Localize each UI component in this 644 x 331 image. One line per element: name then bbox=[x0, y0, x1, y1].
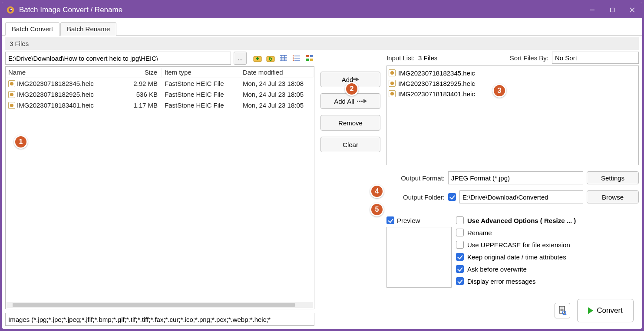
ask-overwrite-label: Ask before overwrite bbox=[467, 265, 527, 273]
input-list-item[interactable]: IMG20230718182925.heic bbox=[389, 78, 637, 88]
preview-checkbox[interactable] bbox=[386, 216, 394, 224]
annotation-badge-3: 3 bbox=[492, 84, 506, 98]
annotation-badge-1: 1 bbox=[14, 135, 28, 149]
folder-refresh-icon[interactable] bbox=[266, 53, 275, 63]
minimize-button[interactable] bbox=[582, 2, 602, 18]
annotation-badge-5: 5 bbox=[370, 203, 384, 216]
svg-rect-22 bbox=[310, 55, 313, 57]
file-icon bbox=[8, 102, 15, 109]
svg-rect-21 bbox=[306, 55, 309, 57]
svg-rect-23 bbox=[306, 59, 309, 61]
file-icon bbox=[389, 80, 396, 87]
close-button[interactable] bbox=[622, 2, 642, 18]
tabs: Batch Convert Batch Rename bbox=[2, 18, 642, 36]
tab-batch-convert[interactable]: Batch Convert bbox=[5, 22, 59, 36]
svg-rect-4 bbox=[611, 8, 614, 12]
svg-point-1 bbox=[9, 8, 12, 12]
file-count-bar: 3 Files bbox=[5, 37, 639, 50]
svg-rect-20 bbox=[293, 60, 294, 61]
titlebar: Batch Image Convert / Rename bbox=[2, 2, 642, 18]
output-folder-label: Output Folder: bbox=[386, 193, 445, 201]
file-row[interactable]: IMG20230718183401.heic1.17 MBFastStone H… bbox=[6, 100, 314, 111]
output-folder-checkbox[interactable] bbox=[448, 193, 456, 201]
file-browser[interactable]: Name Size Item type Date modified IMG202… bbox=[5, 66, 314, 309]
play-icon bbox=[588, 307, 593, 314]
file-icon bbox=[8, 91, 15, 98]
svg-point-2 bbox=[10, 9, 12, 10]
view-details-icon[interactable] bbox=[279, 53, 288, 63]
convert-button[interactable]: Convert bbox=[577, 299, 634, 322]
browse-button[interactable]: Browse bbox=[587, 190, 639, 203]
window-title: Batch Image Convert / Rename bbox=[19, 6, 122, 14]
svg-line-30 bbox=[565, 314, 566, 315]
clear-button[interactable]: Clear bbox=[320, 137, 380, 152]
display-errors-label: Display error messages bbox=[467, 278, 536, 285]
keep-date-checkbox[interactable] bbox=[456, 253, 464, 261]
preview-list-button[interactable] bbox=[555, 303, 570, 318]
ask-overwrite-checkbox[interactable] bbox=[456, 265, 464, 273]
svg-rect-24 bbox=[310, 59, 313, 61]
annotation-badge-2: 2 bbox=[345, 82, 359, 96]
file-icon bbox=[389, 90, 396, 97]
annotation-badge-4: 4 bbox=[370, 184, 384, 198]
svg-rect-18 bbox=[293, 56, 294, 57]
folder-up-icon[interactable] bbox=[253, 53, 262, 63]
app-icon bbox=[6, 6, 15, 14]
svg-point-29 bbox=[562, 311, 566, 315]
horizontal-scrollbar[interactable] bbox=[7, 302, 313, 308]
advanced-options-label: Use Advanced Options ( Resize ... ) bbox=[467, 217, 576, 224]
uppercase-checkbox[interactable] bbox=[456, 241, 464, 249]
view-thumbnails-icon[interactable] bbox=[305, 53, 314, 63]
file-type-filter[interactable]: Images (*.jpg;*.jpe;*.jpeg;*.jfif;*.bmp;… bbox=[5, 313, 314, 326]
file-row[interactable]: IMG20230718182345.heic2.92 MBFastStone H… bbox=[6, 78, 314, 89]
input-list-item[interactable]: IMG20230718182345.heic bbox=[389, 68, 637, 78]
path-input[interactable] bbox=[5, 52, 231, 65]
svg-rect-25 bbox=[559, 306, 565, 313]
arrow-all-icon bbox=[357, 99, 367, 103]
display-errors-checkbox[interactable] bbox=[456, 277, 464, 285]
input-list[interactable]: IMG20230718182345.heicIMG20230718182925.… bbox=[386, 66, 639, 165]
file-row[interactable]: IMG20230718182925.heic536 KBFastStone HE… bbox=[6, 89, 314, 100]
input-list-count: 3 Files bbox=[418, 54, 437, 62]
arrow-right-icon bbox=[356, 77, 359, 82]
column-date[interactable]: Date modified bbox=[240, 68, 314, 77]
input-list-item[interactable]: IMG20230718183401.heic bbox=[389, 88, 637, 99]
remove-button[interactable]: Remove bbox=[320, 115, 380, 131]
input-list-label: Input List: bbox=[386, 54, 415, 62]
maximize-button[interactable] bbox=[602, 2, 622, 18]
column-name[interactable]: Name bbox=[6, 68, 114, 77]
file-list-header: Name Size Item type Date modified bbox=[6, 67, 314, 78]
settings-button[interactable]: Settings bbox=[587, 171, 639, 184]
sort-label: Sort Files By: bbox=[510, 54, 548, 62]
preview-box bbox=[386, 227, 452, 288]
view-list-icon[interactable] bbox=[292, 53, 301, 63]
output-format-label: Output Format: bbox=[386, 174, 445, 182]
file-icon bbox=[389, 69, 396, 76]
advanced-options-checkbox[interactable] bbox=[456, 216, 464, 224]
sort-select[interactable]: No Sort bbox=[552, 52, 639, 64]
preview-label: Preview bbox=[397, 217, 420, 224]
keep-date-label: Keep original date / time attributes bbox=[467, 253, 566, 261]
column-type[interactable]: Item type bbox=[162, 68, 240, 77]
tab-batch-rename[interactable]: Batch Rename bbox=[60, 22, 116, 36]
file-icon bbox=[8, 80, 15, 87]
browse-path-button[interactable]: ... bbox=[234, 52, 247, 65]
column-size[interactable]: Size bbox=[114, 68, 162, 77]
output-folder-input[interactable] bbox=[459, 190, 583, 203]
svg-rect-8 bbox=[267, 56, 274, 62]
output-format-select[interactable]: JPEG Format (*.jpg) bbox=[448, 171, 583, 184]
rename-checkbox[interactable] bbox=[456, 229, 464, 236]
uppercase-label: Use UPPERCASE for file extension bbox=[467, 241, 570, 249]
svg-rect-19 bbox=[293, 58, 294, 59]
rename-label: Rename bbox=[467, 229, 492, 236]
